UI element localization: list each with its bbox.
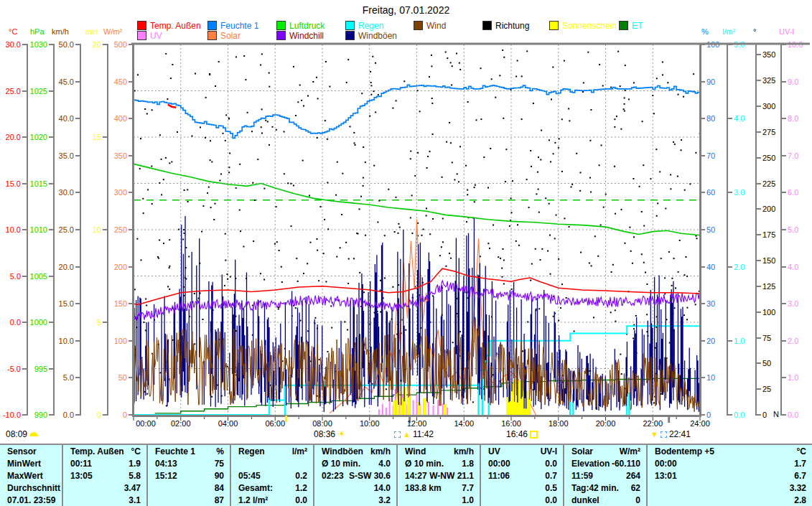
- series-richtung-dot: [251, 131, 253, 132]
- series-richtung-dot: [467, 101, 469, 103]
- series-richtung-dot: [274, 243, 276, 245]
- series-richtung-dot: [432, 133, 434, 135]
- series-richtung-dot: [429, 233, 431, 235]
- series-richtung-dot: [342, 173, 343, 174]
- series-richtung-dot: [336, 256, 337, 258]
- series-richtung-dot: [239, 210, 241, 211]
- marker-time-label: 11:42: [413, 429, 434, 439]
- footer-cell-row4-value: 0.0: [545, 495, 557, 505]
- series-richtung-dot: [239, 164, 241, 165]
- series-richtung-dot: [527, 322, 528, 323]
- series-richtung-dot: [540, 159, 541, 161]
- series-richtung-dot: [653, 113, 655, 114]
- series-richtung-dot: [281, 281, 283, 283]
- series-richtung-dot: [172, 339, 174, 341]
- series-richtung-dot: [303, 273, 304, 274]
- footer-cell-row4: 1.0: [398, 494, 480, 506]
- series-richtung-dot: [220, 180, 221, 182]
- series-richtung-dot: [624, 103, 625, 105]
- footer-header-label: Bodentemp +5: [655, 446, 714, 456]
- series-richtung-dot: [556, 215, 557, 216]
- series-richtung-dot: [684, 274, 686, 276]
- series-richtung-dot: [467, 189, 468, 191]
- series-richtung-dot: [329, 86, 330, 88]
- series-richtung-dot: [493, 225, 494, 226]
- series-richtung-dot: [144, 108, 146, 110]
- series-richtung-dot: [276, 241, 278, 243]
- series-richtung-dot: [620, 128, 622, 130]
- series-richtung-dot: [620, 354, 621, 355]
- x-label-2200: 22:00: [639, 419, 666, 428]
- series-richtung-dot: [386, 388, 387, 390]
- series-richtung-dot: [417, 90, 419, 91]
- series-richtung-dot: [450, 62, 452, 63]
- series-richtung-dot: [566, 297, 567, 299]
- series-richtung-dot: [158, 258, 159, 259]
- dashbox-icon: [394, 431, 401, 438]
- series-richtung-dot: [161, 194, 162, 195]
- series-richtung-dot: [202, 319, 204, 320]
- footer-col-temp-au-en: Temp. Außen°C00:111.913:055.83.473.1: [62, 445, 146, 506]
- series-richtung-dot: [220, 174, 222, 175]
- series-richtung-dot: [263, 188, 265, 189]
- series-richtung-dot: [677, 176, 678, 177]
- footer-cell-row4-value: 0.0: [295, 495, 307, 505]
- footer-row-label-text: Sensor: [7, 446, 37, 456]
- series-richtung-dot: [227, 273, 228, 275]
- series-richtung-dot: [171, 161, 172, 163]
- series-richtung-dot: [509, 225, 510, 227]
- series-richtung-dot: [459, 62, 460, 64]
- footer-cell-row2-label: 15:12: [155, 471, 177, 481]
- marker-0809: 08:09: [6, 429, 38, 439]
- series-richtung-dot: [359, 208, 360, 210]
- footer-col-solar: SolarW/m²Elevation-60.11011:59264Tag:42 …: [563, 445, 646, 506]
- series-richtung-dot: [641, 253, 643, 255]
- series-richtung-dot: [327, 228, 329, 230]
- series-richtung-dot: [550, 273, 551, 275]
- series-richtung-dot: [650, 178, 651, 179]
- series-richtung-dot: [531, 263, 533, 265]
- series-richtung-dot: [452, 342, 454, 343]
- series-richtung-dot: [569, 120, 570, 121]
- footer-cell-row2-label: 02:23: [322, 471, 344, 481]
- footer-cell-row3-label: Tag:42 min.: [571, 483, 619, 493]
- series-richtung-dot: [639, 186, 640, 187]
- series-richtung-dot: [503, 118, 504, 119]
- series-richtung-dot: [370, 82, 372, 83]
- series-richtung-dot: [227, 278, 228, 280]
- series-richtung-dot: [224, 285, 225, 286]
- series-richtung-dot: [229, 153, 230, 154]
- marker-1142: ▲11:42: [394, 429, 434, 439]
- series-richtung-dot: [564, 217, 566, 219]
- series-richtung-dot: [373, 165, 375, 167]
- series-richtung-dot: [316, 77, 317, 78]
- series-richtung-dot: [674, 144, 676, 145]
- series-richtung-dot: [442, 241, 444, 243]
- series-richtung-dot: [252, 305, 253, 306]
- series-richtung-dot: [243, 246, 244, 248]
- series-richtung-dot: [344, 321, 345, 322]
- series-richtung-dot: [177, 131, 178, 133]
- series-richtung-dot: [526, 50, 528, 52]
- series-richtung-dot: [345, 242, 347, 243]
- footer-cell-row1-value: 1.8: [462, 459, 474, 469]
- series-richtung-dot: [483, 156, 485, 158]
- series-richtung-dot: [225, 260, 226, 261]
- series-richtung-dot: [140, 138, 141, 139]
- footer-cell-row3-value: 1.2: [295, 483, 307, 493]
- series-richtung-dot: [633, 337, 634, 339]
- series-richtung-dot: [683, 96, 684, 98]
- series-richtung-dot: [576, 153, 577, 154]
- series-richtung-dot: [517, 224, 518, 225]
- series-richtung-dot: [591, 266, 592, 267]
- series-richtung-dot: [182, 239, 184, 240]
- series-richtung-dot: [549, 203, 550, 205]
- marker-time-label: 22:41: [669, 429, 691, 439]
- series-richtung-dot: [633, 82, 635, 83]
- series-richtung-dot: [185, 278, 187, 280]
- series-richtung-dot: [370, 85, 372, 86]
- series-richtung-dot: [549, 235, 551, 236]
- series-richtung-dot: [159, 182, 160, 184]
- series-richtung-dot: [257, 159, 258, 160]
- sun-icon: ☀: [337, 430, 346, 439]
